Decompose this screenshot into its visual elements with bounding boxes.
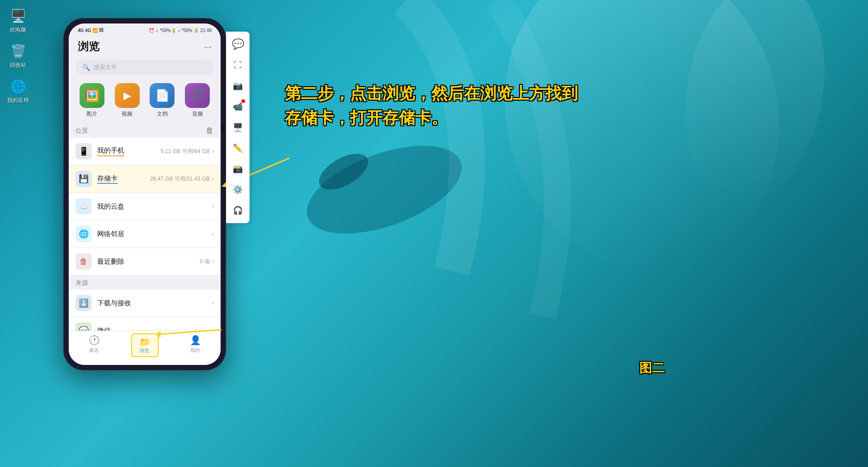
- trash-item-count: 0 项: [200, 258, 210, 266]
- cloud-location-name: 我的云盘: [97, 202, 124, 211]
- alarm-icon: ⏰: [149, 28, 154, 33]
- storage-info-text: 28.47 GB 可用/31.43 GB: [150, 175, 210, 183]
- status-left: 4G 4G 📶 回: [78, 27, 104, 33]
- instruction-line1: 第二步，点击浏览，然后在浏览上方找到: [285, 81, 578, 106]
- download-name: 下载与接收: [97, 299, 131, 308]
- more-options-icon[interactable]: ···: [204, 42, 212, 52]
- bluetooth-icon: ♪: [156, 28, 158, 33]
- location-section-action[interactable]: 🗑: [206, 126, 214, 135]
- recycle-icon-label: 回收站: [10, 61, 26, 69]
- location-myphone[interactable]: 📱 我的手机 5.11 GB 可用/64 GB ›: [69, 138, 221, 165]
- wifi-icon: 📶: [92, 28, 98, 33]
- images-label: 图片: [86, 110, 97, 118]
- expand-button[interactable]: ⛶: [228, 56, 247, 75]
- location-section-header: 位置 🗑: [69, 122, 221, 138]
- draw-button[interactable]: ✏️: [228, 139, 247, 158]
- headset-icon: 🎧: [233, 205, 243, 215]
- search-placeholder: 搜索文件: [94, 63, 117, 71]
- location-trash[interactable]: 🗑 最近删除 0 项 ›: [69, 248, 221, 276]
- nav-browse[interactable]: 📁 浏览: [119, 335, 170, 356]
- phone-container: 4G 4G 📶 回 ⏰ ♪ *59%🔋 ♪ *59% 🔋 21:49 浏览 ··…: [63, 9, 226, 452]
- browse-nav-icon: 📁: [139, 336, 151, 347]
- audio-icon: 🎵: [185, 83, 210, 108]
- whatsapp-icon: 💬: [232, 38, 244, 50]
- phone-location-info: 5.11 GB 可用/64 GB ›: [160, 148, 214, 155]
- desktop-icon-computer[interactable]: 🖥️ 此电脑: [2, 5, 34, 36]
- category-audio[interactable]: 🎵 音频: [181, 83, 214, 118]
- profile-nav-icon: 👤: [190, 335, 201, 346]
- monitor-icon: 🖥️: [233, 122, 243, 132]
- trash-location-info: 0 项 ›: [200, 258, 214, 266]
- video-record-icon: 📹: [233, 102, 243, 112]
- location-left-trash: 🗑 最近删除: [75, 253, 124, 270]
- search-bar[interactable]: 🔍 搜索文件: [75, 60, 214, 75]
- docs-icon: 📄: [150, 83, 175, 108]
- profile-nav-label: 我的: [190, 347, 200, 354]
- location-left-network: 🌐 网络邻居: [75, 226, 124, 242]
- desktop-icon-myapp[interactable]: 🌐 我的应用: [2, 75, 34, 107]
- network-status: 4G 4G: [78, 28, 91, 33]
- video-label: 视频: [122, 110, 132, 118]
- location-left-cloud: ☁️ 我的云盘: [75, 198, 124, 215]
- network-location-info: ›: [212, 231, 214, 237]
- desktop-icons-panel: 🖥️ 此电脑 🗑️ 回收站 🌐 我的应用: [0, 0, 36, 467]
- phone-storage-info: 5.11 GB 可用/64 GB: [160, 148, 210, 155]
- time: ♪ *59% 🔋 21:49: [178, 28, 212, 33]
- trash-location-icon: 🗑: [75, 253, 92, 270]
- computer-icon-label: 此电脑: [10, 26, 26, 34]
- app-header: 浏览 ···: [69, 36, 221, 56]
- recent-nav-icon: 🕐: [89, 335, 100, 346]
- location-left-storage: 💾 存储卡: [75, 171, 118, 187]
- panel-collapse-button[interactable]: ‹: [221, 121, 226, 134]
- camera-icon: 📷: [233, 81, 243, 91]
- screenshot-button[interactable]: 📷: [228, 76, 247, 95]
- storage-location-info: 28.47 GB 可用/31.43 GB ›: [150, 175, 214, 183]
- cloud-location-info: ›: [212, 203, 214, 210]
- record-button[interactable]: 📹: [228, 97, 247, 116]
- location-storagecard[interactable]: 💾 存储卡 28.47 GB 可用/31.43 GB ›: [69, 165, 221, 193]
- source-section-title: 来源: [75, 279, 88, 287]
- download-chevron-icon: ›: [212, 300, 214, 306]
- gear-icon: ⚙️: [233, 185, 243, 195]
- status-bar: 4G 4G 📶 回 ⏰ ♪ *59%🔋 ♪ *59% 🔋 21:49: [69, 23, 221, 36]
- source-section-header: 来源: [69, 276, 221, 290]
- trash-location-name: 最近删除: [97, 257, 124, 266]
- whatsapp-button[interactable]: 💬: [228, 35, 247, 54]
- expand-icon: ⛶: [234, 61, 242, 70]
- category-docs[interactable]: 📄 文档: [146, 83, 179, 118]
- phone-location-name: 我的手机: [97, 146, 124, 156]
- storage-location-name: 存储卡: [97, 174, 118, 184]
- location-cloud[interactable]: ☁️ 我的云盘 ›: [69, 193, 221, 220]
- nav-profile[interactable]: 👤 我的: [170, 335, 221, 356]
- cloud-chevron-icon: ›: [212, 203, 214, 210]
- recent-nav-label: 最近: [89, 347, 99, 354]
- storage-location-icon: 💾: [75, 171, 92, 187]
- cloud-icon-status: 回: [99, 27, 104, 33]
- location-left-phone: 📱 我的手机: [75, 143, 124, 159]
- nav-recent[interactable]: 🕐 最近: [69, 335, 119, 356]
- location-section-title: 位置: [75, 127, 88, 135]
- camera2-icon: 📸: [233, 164, 243, 174]
- phone-screen: 4G 4G 📶 回 ⏰ ♪ *59%🔋 ♪ *59% 🔋 21:49 浏览 ··…: [69, 23, 221, 365]
- network-chevron-icon: ›: [212, 231, 214, 237]
- location-network[interactable]: 🌐 网络邻居 ›: [69, 220, 221, 248]
- camera2-button[interactable]: 📸: [228, 159, 247, 178]
- headset-button[interactable]: 🎧: [228, 201, 247, 220]
- figure-label: 图二: [639, 360, 665, 377]
- download-icon: ⬇️: [75, 295, 92, 311]
- trash-chevron-icon: ›: [212, 258, 214, 265]
- computer-icon: 🖥️: [9, 7, 27, 25]
- search-icon: 🔍: [82, 64, 90, 71]
- phone-chevron-icon: ›: [212, 148, 214, 154]
- category-video[interactable]: ▶ 视频: [111, 83, 144, 118]
- nav-browse-box: 📁 浏览: [135, 335, 155, 356]
- source-download[interactable]: ⬇️ 下载与接收 ›: [69, 290, 221, 317]
- cloud-location-icon: ☁️: [75, 198, 92, 215]
- category-images[interactable]: 🖼️ 图片: [75, 83, 108, 118]
- screen-button[interactable]: 🖥️: [228, 118, 247, 137]
- phone-location-icon: 📱: [75, 143, 92, 159]
- desktop-icon-recycle[interactable]: 🗑️ 回收站: [2, 40, 34, 71]
- settings-button[interactable]: ⚙️: [228, 180, 247, 199]
- instruction-overlay: 第二步，点击浏览，然后在浏览上方找到 存储卡，打开存储卡。: [285, 81, 578, 130]
- network-location-name: 网络邻居: [97, 230, 124, 238]
